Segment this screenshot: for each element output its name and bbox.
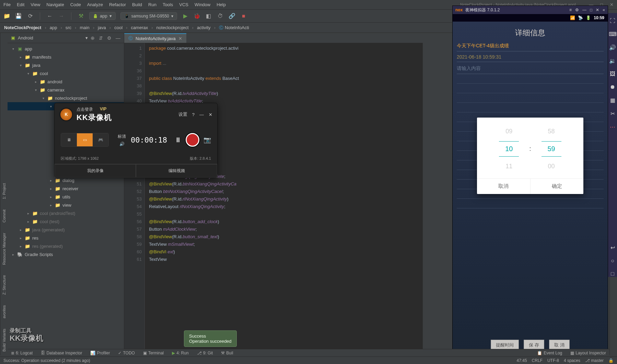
debug-icon[interactable]: 🐞 xyxy=(194,13,200,20)
coverage-icon[interactable]: ◧ xyxy=(205,13,212,20)
tree-node[interactable]: ▸📁cool (androidTest) xyxy=(8,209,124,217)
gear-icon[interactable]: ⚙ xyxy=(575,8,579,12)
dialog-cancel-button[interactable]: 取消 xyxy=(477,179,531,194)
camera-icon[interactable]: 📷 xyxy=(203,136,211,144)
menu-view[interactable]: View xyxy=(31,2,40,7)
fullscreen-icon[interactable]: ⛶ xyxy=(610,18,615,24)
run-icon[interactable]: ▶ xyxy=(182,13,189,20)
tree-node[interactable]: ▸📁receiver xyxy=(8,184,124,193)
project-tree[interactable]: ▾▣app▸📁manifests▾📁java▾📁cool▸📁android▾📁c… xyxy=(8,43,124,349)
stop-icon[interactable]: ■ xyxy=(240,13,247,20)
kk-mode-game[interactable]: 🎮 xyxy=(93,133,108,146)
tree-node[interactable]: ▸📁java (generated) xyxy=(8,226,124,234)
scissors-icon[interactable]: ✂ xyxy=(610,110,615,117)
tab-run[interactable]: ▶4: Run xyxy=(172,351,188,355)
tree-node[interactable]: ▾📁camerax xyxy=(8,86,124,94)
speaker-icon[interactable]: 🔊 xyxy=(119,142,125,146)
kk-quality-label[interactable]: 标清 xyxy=(118,134,126,139)
tab-todo[interactable]: ✓TODO xyxy=(118,351,135,355)
minimize-icon[interactable]: — xyxy=(582,8,586,12)
tree-node[interactable]: ▸📁cool (test) xyxy=(8,217,124,226)
rail-resource-manager[interactable]: Resource Manager xyxy=(2,233,6,265)
close-icon[interactable]: ✕ xyxy=(610,2,614,7)
menu-file[interactable]: File xyxy=(3,2,11,7)
kk-login-link[interactable]: 点击登录 xyxy=(77,107,93,112)
pause-icon[interactable]: ⏸ xyxy=(175,136,182,144)
gear-icon[interactable]: ⚙ xyxy=(107,35,112,41)
screenshot-icon[interactable]: 🖼 xyxy=(610,71,615,77)
tree-node[interactable]: ▸📁android xyxy=(8,77,124,86)
git-branch[interactable]: ⎇ master xyxy=(585,358,604,363)
close-icon[interactable]: ✕ xyxy=(178,36,182,41)
rail-project[interactable]: 1: Project xyxy=(2,183,6,199)
menu-edit[interactable]: Edit xyxy=(17,2,24,7)
volume-up-icon[interactable]: 🔊 xyxy=(609,44,616,51)
rail-favorites[interactable]: avorites xyxy=(2,305,6,318)
collapse-icon[interactable]: « xyxy=(603,8,605,12)
tree-node[interactable]: ▾▣app xyxy=(8,45,124,53)
menu-refactor[interactable]: Refactor xyxy=(109,2,126,7)
forward-icon[interactable]: → xyxy=(58,13,65,20)
home-icon[interactable]: ○ xyxy=(611,258,614,264)
help-icon[interactable]: ? xyxy=(192,112,195,117)
menu-help[interactable]: Help xyxy=(217,2,226,7)
tree-node[interactable]: ▸📁utils xyxy=(8,193,124,201)
tab-logcat[interactable]: ≣6: Logcat xyxy=(11,351,33,355)
lock-icon[interactable]: 🔒 xyxy=(608,358,614,363)
tree-node[interactable]: ▸📁manifests xyxy=(8,53,124,61)
menu-code[interactable]: Code xyxy=(70,2,81,7)
kk-mode-region[interactable]: ▭ xyxy=(77,133,93,146)
keyboard-icon[interactable]: ⌨ xyxy=(609,31,617,37)
close-icon[interactable]: ✕ xyxy=(209,112,212,117)
profile-icon[interactable]: ⏱ xyxy=(217,13,224,20)
tree-node[interactable]: ▾📁noteclockproject xyxy=(8,94,124,102)
menu-build[interactable]: Build xyxy=(132,2,142,7)
tab-event-log[interactable]: 📋Event Log xyxy=(537,351,562,355)
maximize-icon[interactable]: □ xyxy=(590,8,592,12)
tree-node[interactable]: ▸📁res (generated) xyxy=(8,242,124,250)
menu-vcs[interactable]: VCS xyxy=(179,2,188,7)
crumb[interactable]: noteclockproject xyxy=(156,25,189,30)
tab-terminal[interactable]: ▣Terminal xyxy=(143,351,164,355)
sync-icon[interactable]: ⟳ xyxy=(27,13,34,20)
more-icon[interactable]: ⋯ xyxy=(610,124,615,130)
kk-edit-video-button[interactable]: 编辑视频 xyxy=(136,164,217,178)
menu-navigate[interactable]: Navigate xyxy=(46,2,64,7)
close-icon[interactable]: ✕ xyxy=(596,8,599,12)
kk-my-recordings-button[interactable]: 我的录像 xyxy=(55,164,136,178)
editor-code[interactable]: package cool.camerax.noteclockproject.ac… xyxy=(145,43,423,349)
tree-node[interactable]: ▸📁res xyxy=(8,234,124,242)
tab-git[interactable]: ⎇9: Git xyxy=(197,351,213,355)
back-icon[interactable]: ↩ xyxy=(610,244,615,251)
minute-picker[interactable]: 58 59 00 xyxy=(542,128,561,170)
attach-debugger-icon[interactable]: 🔗 xyxy=(229,13,235,20)
menu-tools[interactable]: Tools xyxy=(163,2,173,7)
tree-node[interactable]: ▸📁view xyxy=(8,201,124,209)
crumb[interactable]: app xyxy=(50,25,57,30)
volume-down-icon[interactable]: 🔉 xyxy=(609,58,616,64)
rail-structure[interactable]: Z: Structure xyxy=(2,275,6,295)
tree-node[interactable]: ▾📁cool xyxy=(8,69,124,77)
open-icon[interactable]: 📁 xyxy=(3,13,10,20)
kk-settings-button[interactable]: 设置 xyxy=(178,111,187,118)
encoding[interactable]: UTF-8 xyxy=(547,358,559,363)
menu-run[interactable]: Run xyxy=(148,2,156,7)
save-icon[interactable]: 💾 xyxy=(15,13,22,20)
project-view-title[interactable]: Android xyxy=(18,35,83,40)
record-icon[interactable]: ⏺ xyxy=(610,84,615,90)
crumb[interactable]: cool xyxy=(114,25,123,30)
tab-build[interactable]: ⚒Buil xyxy=(221,351,233,355)
crumb[interactable]: camerax xyxy=(131,25,148,30)
tab-layout-inspector[interactable]: ▦Layout Inspector xyxy=(570,351,606,355)
multi-instance-icon[interactable]: ▦ xyxy=(610,97,615,104)
emulator-screen[interactable]: 详细信息 今天下午CET-4级出成绩 2021-06-18 10:59:31 请… xyxy=(453,22,608,356)
menu-window[interactable]: Window xyxy=(195,2,210,7)
tab-profiler[interactable]: 📊Profiler xyxy=(90,351,110,355)
minimize-icon[interactable]: — xyxy=(199,112,204,117)
hammer-icon[interactable]: ⚒ xyxy=(78,13,84,20)
tree-node[interactable]: ▸🐘Gradle Scripts xyxy=(8,250,124,258)
record-button[interactable] xyxy=(186,133,199,147)
chevron-down-icon[interactable]: ▾ xyxy=(85,35,88,40)
hide-icon[interactable]: — xyxy=(116,35,120,41)
note-title-field[interactable]: 今天下午CET-4级出成绩 xyxy=(457,43,604,51)
